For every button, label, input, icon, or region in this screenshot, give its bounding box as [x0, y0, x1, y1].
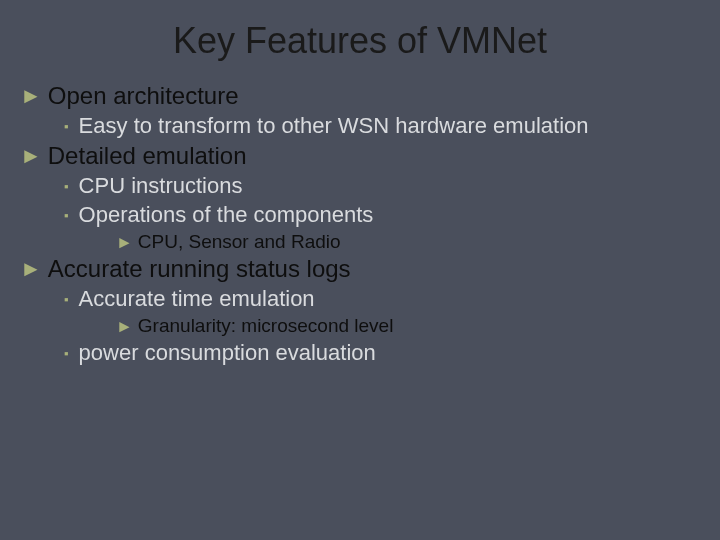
square-icon: ▪: [64, 347, 69, 360]
square-icon: ▪: [64, 120, 69, 133]
subsubbullet-text: CPU, Sensor and Radio: [138, 231, 341, 253]
bullet-text: Detailed emulation: [48, 142, 247, 170]
subsubbullet-granularity: ► Granularity: microsecond level: [116, 315, 710, 337]
subbullet-accurate-time: ▪ Accurate time emulation: [64, 286, 710, 312]
square-icon: ▪: [64, 293, 69, 306]
subbullet-operations-components: ▪ Operations of the components: [64, 202, 710, 228]
arrow-icon: ►: [116, 234, 133, 251]
arrow-icon: ►: [20, 258, 42, 280]
subsubbullet-cpu-sensor-radio: ► CPU, Sensor and Radio: [116, 231, 710, 253]
subbullet-text: CPU instructions: [79, 173, 243, 199]
slide-title: Key Features of VMNet: [0, 0, 720, 80]
square-icon: ▪: [64, 180, 69, 193]
bullet-detailed-emulation: ► Detailed emulation: [20, 142, 710, 170]
arrow-icon: ►: [116, 318, 133, 335]
bullet-text: Open architecture: [48, 82, 239, 110]
slide: Key Features of VMNet ► Open architectur…: [0, 0, 720, 540]
bullet-text: Accurate running status logs: [48, 255, 351, 283]
subbullet-text: Accurate time emulation: [79, 286, 315, 312]
subbullet-easy-transform: ▪ Easy to transform to other WSN hardwar…: [64, 113, 710, 139]
subbullet-text: Easy to transform to other WSN hardware …: [79, 113, 589, 139]
arrow-icon: ►: [20, 145, 42, 167]
subbullet-cpu-instructions: ▪ CPU instructions: [64, 173, 710, 199]
subbullet-power-consumption: ▪ power consumption evaluation: [64, 340, 710, 366]
subbullet-text: power consumption evaluation: [79, 340, 376, 366]
slide-content: ► Open architecture ▪ Easy to transform …: [0, 82, 720, 366]
subsubbullet-text: Granularity: microsecond level: [138, 315, 394, 337]
bullet-open-architecture: ► Open architecture: [20, 82, 710, 110]
subbullet-text: Operations of the components: [79, 202, 374, 228]
arrow-icon: ►: [20, 85, 42, 107]
square-icon: ▪: [64, 209, 69, 222]
bullet-accurate-logs: ► Accurate running status logs: [20, 255, 710, 283]
